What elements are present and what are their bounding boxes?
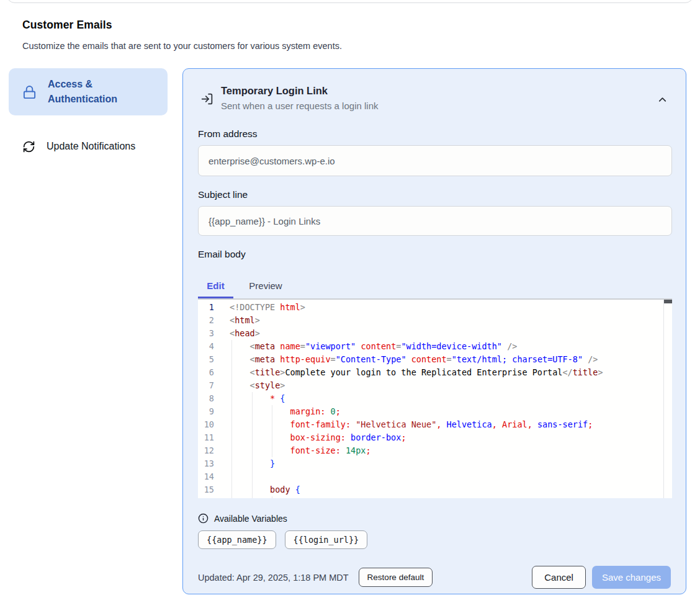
code-line: 6 <title>Complete your login to the Repl…: [198, 366, 672, 379]
email-body-tabs: Edit Preview: [198, 275, 671, 298]
line-number: 15: [198, 483, 214, 496]
info-icon: [198, 513, 209, 524]
subject-line-field: Subject line: [198, 189, 671, 236]
temporary-login-link-card: Temporary Login Link Sent when a user re…: [182, 68, 686, 594]
lock-icon: [22, 85, 37, 99]
page-title: Customer Emails: [22, 19, 112, 32]
code-line: 15 body {: [198, 483, 672, 496]
indent-guide: [231, 353, 232, 366]
card-header: Temporary Login Link Sent when a user re…: [198, 84, 671, 112]
code-line: 14: [198, 470, 672, 483]
line-number: 8: [198, 392, 214, 405]
from-address-field: From address: [198, 128, 671, 176]
tab-preview[interactable]: Preview: [233, 275, 298, 298]
sidebar: Access & Authentication Update Notificat…: [9, 68, 168, 163]
indent-guide: [272, 405, 272, 418]
indent-guide: [231, 379, 232, 392]
line-number: 12: [198, 444, 214, 457]
tab-edit[interactable]: Edit: [198, 275, 233, 298]
code-line: 11 box-sizing: border-box;: [198, 431, 672, 444]
page-subtitle: Customize the emails that are sent to yo…: [22, 41, 342, 51]
indent-guide: [252, 496, 253, 498]
indent-guide: [231, 392, 232, 405]
indent-guide: [231, 431, 232, 444]
variable-chip[interactable]: {{login_url}}: [285, 530, 368, 549]
indent-guide: [231, 340, 232, 353]
indent-guide: [231, 444, 232, 457]
indent-guide: [231, 405, 232, 418]
sidebar-item-label: Update Notifications: [47, 139, 135, 154]
refresh-icon: [22, 140, 35, 153]
line-number: 14: [198, 470, 214, 483]
indent-guide: [252, 470, 253, 483]
cancel-button[interactable]: Cancel: [532, 566, 586, 589]
subject-line-input[interactable]: [198, 206, 672, 236]
indent-guide: [231, 470, 232, 483]
code-line: 10 font-family: "Helvetica Neue", Helvet…: [198, 418, 672, 431]
indent-guide: [272, 418, 272, 431]
indent-guide: [231, 483, 232, 496]
from-address-label: From address: [198, 128, 671, 140]
line-number: 3: [198, 327, 214, 340]
code-line: 7 <style>: [198, 379, 672, 392]
customer-emails-page: Customer Emails Customize the emails tha…: [0, 0, 700, 608]
login-icon: [200, 92, 213, 105]
updated-timestamp: Updated: Apr 29, 2025, 1:18 PM MDT: [198, 573, 349, 583]
sidebar-item-access-authentication[interactable]: Access & Authentication: [9, 68, 168, 115]
line-number: 6: [198, 366, 214, 379]
code-line: 9 margin: 0;: [198, 405, 672, 418]
line-number: 11: [198, 431, 214, 444]
indent-guide: [252, 392, 253, 405]
indent-guide: [252, 457, 253, 470]
sidebar-item-label: Access & Authentication: [48, 77, 160, 107]
indent-guide: [252, 444, 253, 457]
code-line: 12 font-size: 14px;: [198, 444, 672, 457]
indent-guide: [231, 418, 232, 431]
subject-line-label: Subject line: [198, 189, 671, 200]
indent-guide: [252, 483, 253, 496]
code-line: 3<head>: [198, 327, 672, 340]
code-line: 16 background-color: #f0f0f0;: [198, 496, 672, 498]
chevron-up-icon: [657, 94, 668, 105]
code-line: 8 * {: [198, 392, 672, 405]
indent-guide: [272, 496, 272, 498]
variable-chips: {{app_name}}{{login_url}}: [198, 530, 671, 549]
indent-guide: [252, 431, 253, 444]
card-title: Temporary Login Link: [221, 84, 378, 97]
indent-guide: [272, 431, 272, 444]
variable-chip[interactable]: {{app_name}}: [198, 530, 276, 549]
code-line: 2<html>: [198, 314, 672, 327]
line-number: 9: [198, 405, 214, 418]
sidebar-item-update-notifications[interactable]: Update Notifications: [9, 130, 168, 163]
collapse-button[interactable]: [657, 94, 668, 105]
line-number: 1: [198, 301, 214, 314]
indent-guide: [231, 496, 232, 498]
line-number: 4: [198, 340, 214, 353]
line-number: 7: [198, 379, 214, 392]
restore-default-button[interactable]: Restore default: [359, 568, 433, 587]
available-variables-label: Available Variables: [214, 514, 287, 524]
editor-scrollbar-thumb[interactable]: [664, 300, 672, 303]
indent-guide: [231, 366, 232, 379]
from-address-input[interactable]: [198, 145, 672, 176]
email-body-label: Email body: [198, 249, 671, 260]
code-editor[interactable]: 1<!DOCTYPE html>2<html>3<head>4 <meta na…: [198, 298, 672, 498]
indent-guide: [252, 405, 253, 418]
indent-guide: [252, 418, 253, 431]
code-line: 13 }: [198, 457, 672, 470]
indent-guide: [272, 444, 272, 457]
previous-section-edge: [6, 0, 694, 3]
card-footer: Updated: Apr 29, 2025, 1:18 PM MDT Resto…: [198, 566, 671, 589]
code-line: 5 <meta http-equiv="Content-Type" conten…: [198, 353, 672, 366]
code-lines: 1<!DOCTYPE html>2<html>3<head>4 <meta na…: [198, 300, 672, 498]
available-variables-header: Available Variables: [198, 513, 671, 524]
code-line: 4 <meta name="viewport" content="width=d…: [198, 340, 672, 353]
card-subtitle: Sent when a user requests a login link: [221, 99, 378, 112]
line-number: 13: [198, 457, 214, 470]
save-changes-button[interactable]: Save changes: [592, 566, 671, 589]
line-number: 16: [198, 496, 214, 498]
line-number: 5: [198, 353, 214, 366]
line-number: 10: [198, 418, 214, 431]
editor-scrollbar-track: [663, 300, 664, 498]
line-number: 2: [198, 314, 214, 327]
